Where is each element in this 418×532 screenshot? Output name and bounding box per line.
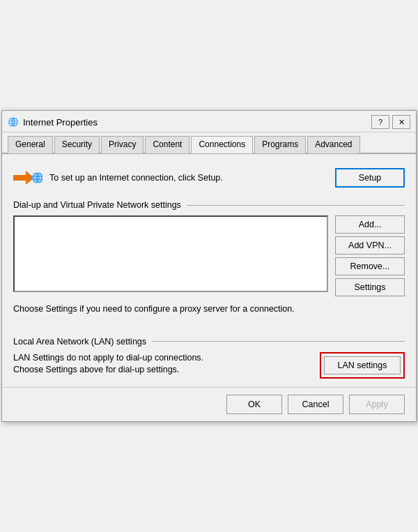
add-button[interactable]: Add... — [335, 215, 405, 234]
footer: OK Cancel Apply — [2, 387, 416, 421]
settings-button[interactable]: Settings — [335, 278, 405, 296]
lan-header-line — [152, 341, 405, 342]
lan-description: LAN Settings do not apply to dial-up con… — [13, 352, 313, 379]
lan-section: Local Area Network (LAN) settings LAN Se… — [13, 337, 405, 379]
tab-content-area: To set up an Internet connection, click … — [2, 154, 416, 387]
vpn-header-text: Dial-up and Virtual Private Network sett… — [13, 200, 181, 210]
vpn-area: Add... Add VPN... Remove... Settings — [13, 215, 405, 296]
add-vpn-button[interactable]: Add VPN... — [335, 236, 405, 254]
vpn-list[interactable] — [13, 215, 328, 292]
svg-marker-5 — [13, 171, 34, 185]
lan-section-header: Local Area Network (LAN) settings — [13, 337, 405, 347]
tab-content[interactable]: Content — [145, 136, 189, 153]
lan-content: LAN Settings do not apply to dial-up con… — [13, 352, 405, 379]
vpn-buttons: Add... Add VPN... Remove... Settings — [335, 215, 405, 296]
internet-properties-window: Internet Properties ? ✕ General Security… — [1, 110, 417, 422]
tab-bar: General Security Privacy Content Connect… — [2, 132, 416, 154]
tab-security[interactable]: Security — [54, 136, 100, 153]
ie-icon — [8, 116, 19, 128]
tab-privacy[interactable]: Privacy — [101, 136, 144, 153]
ok-button[interactable]: OK — [226, 395, 282, 414]
title-bar-left: Internet Properties — [8, 116, 98, 128]
tab-general[interactable]: General — [8, 136, 53, 153]
apply-button[interactable]: Apply — [349, 395, 405, 414]
vpn-section-header: Dial-up and Virtual Private Network sett… — [13, 200, 405, 210]
title-bar: Internet Properties ? ✕ — [2, 111, 416, 132]
help-button[interactable]: ? — [371, 115, 389, 129]
lan-header-text: Local Area Network (LAN) settings — [13, 337, 146, 347]
setup-button[interactable]: Setup — [335, 168, 405, 188]
close-button[interactable]: ✕ — [392, 115, 410, 129]
lan-button-highlight: LAN settings — [320, 352, 405, 379]
tab-connections[interactable]: Connections — [191, 136, 253, 153]
vpn-header-line — [187, 205, 405, 206]
setup-icon — [13, 165, 42, 190]
tab-advanced[interactable]: Advanced — [307, 136, 359, 153]
proxy-description: Choose Settings if you need to configure… — [13, 303, 405, 316]
cancel-button[interactable]: Cancel — [288, 395, 343, 414]
remove-button[interactable]: Remove... — [335, 257, 405, 275]
tab-programs[interactable]: Programs — [254, 136, 306, 153]
title-bar-controls: ? ✕ — [371, 115, 410, 129]
setup-description: To set up an Internet connection, click … — [49, 172, 328, 185]
lan-settings-button[interactable]: LAN settings — [324, 356, 401, 374]
lan-desc-line1: LAN Settings do not apply to dial-up con… — [13, 352, 313, 365]
lan-desc-line2: Choose Settings above for dial-up settin… — [13, 364, 313, 377]
window-title: Internet Properties — [23, 117, 98, 128]
setup-section: To set up an Internet connection, click … — [13, 165, 405, 190]
